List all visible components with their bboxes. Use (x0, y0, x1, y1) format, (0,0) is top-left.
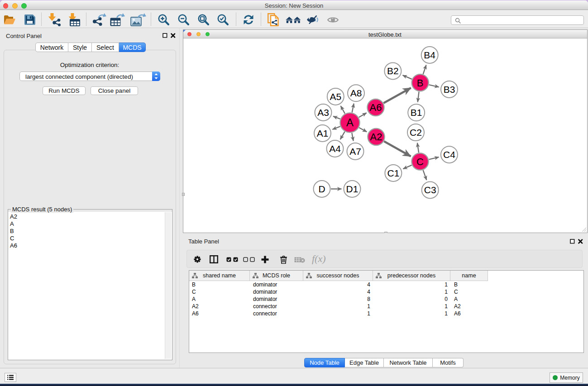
svg-text:A3: A3 (317, 107, 329, 117)
svg-text:A4: A4 (329, 143, 341, 153)
svg-text:B2: B2 (387, 66, 399, 76)
svg-text:B1: B1 (410, 107, 422, 118)
svg-text:B4: B4 (424, 49, 435, 60)
svg-text:B3: B3 (443, 84, 455, 94)
svg-text:C4: C4 (443, 149, 455, 160)
svg-text:A1: A1 (316, 128, 328, 138)
svg-text:A: A (346, 116, 353, 129)
svg-text:A6: A6 (369, 102, 382, 113)
svg-text:B: B (416, 77, 423, 88)
svg-text:A5: A5 (330, 91, 341, 101)
svg-text:A7: A7 (349, 146, 361, 156)
svg-text:C3: C3 (424, 185, 436, 195)
svg-text:A2: A2 (370, 131, 382, 143)
svg-text:C1: C1 (387, 167, 399, 178)
svg-text:D: D (318, 183, 325, 194)
svg-text:C2: C2 (410, 127, 422, 137)
svg-text:C: C (416, 156, 424, 167)
svg-text:A8: A8 (350, 88, 362, 98)
svg-text:D1: D1 (346, 183, 358, 194)
